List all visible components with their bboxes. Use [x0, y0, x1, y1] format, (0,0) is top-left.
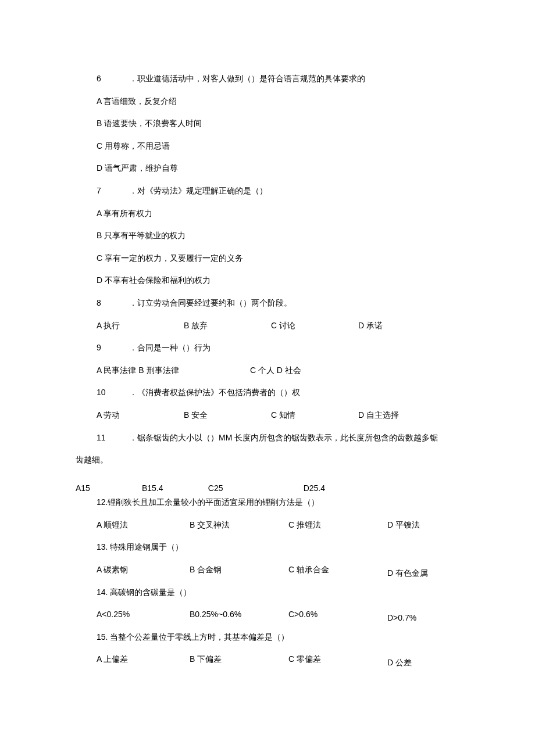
q14-option-a: A<0.25% [97, 607, 190, 622]
q12-option-b: B 交叉神法 [190, 517, 288, 533]
q13-options: A 碳素钢 B 合金钢 C 轴承合金 D 有色金属 [97, 562, 500, 578]
q12-option-c: C 推锂法 [288, 517, 387, 533]
q7-text: ．对《劳动法》规定理解正确的是（） [129, 186, 268, 195]
q6-number: 6 [97, 71, 110, 87]
q9-stem: 9．合同是一种（）行为 [97, 340, 500, 356]
q9-option-ab: A 民事法律 B 刑事法律 [97, 363, 248, 378]
q9-text: ．合同是一种（）行为 [129, 343, 211, 352]
q7-option-a: A 享有所有权力 [97, 206, 500, 221]
q12-option-a: A 顺锂法 [97, 517, 190, 533]
q10-text: ．《消费者权益保护法》不包括消费者的（）权 [129, 388, 300, 397]
q15-option-c: C 零偏差 [288, 651, 387, 667]
q10-option-b: B 安全 [184, 407, 271, 423]
q11-stem: 11．锯条锯齿的大小以（）MM 长度内所包含的锯齿数表示，此长度所包含的齿数越多… [97, 430, 500, 446]
q15-option-d: D 公差 [387, 655, 412, 671]
q10-stem: 10．《消费者权益保护法》不包括消费者的（）权 [97, 385, 500, 400]
q6-stem: 6．职业道德活动中，对客人做到（）是符合语言规范的具体要求的 [97, 71, 500, 87]
q8-option-b: B 放弃 [184, 318, 271, 334]
q13-option-d: D 有色金属 [387, 565, 428, 581]
q8-stem: 8．订立劳动合同要经过要约和（）两个阶段。 [97, 295, 500, 311]
q7-option-c: C 享有一定的权力，又要履行一定的义务 [97, 250, 500, 266]
q10-options: A 劳动 B 安全 C 知情 D 自主选择 [97, 407, 500, 423]
q6-option-c: C 用尊称，不用忌语 [97, 138, 500, 154]
q14-option-d: D>0.7% [387, 610, 416, 626]
q9-number: 9 [97, 340, 110, 356]
q15-options: A 上偏差 B 下偏差 C 零偏差 D 公差 [97, 651, 500, 667]
q11-option-a: A15 [76, 481, 140, 496]
q9-options: A 民事法律 B 刑事法律 C 个人 D 社会 [97, 363, 500, 378]
q10-number: 10 [97, 385, 110, 400]
q14-option-b: B0.25%~0.6% [190, 607, 288, 622]
q10-option-c: C 知情 [271, 407, 358, 423]
q11-text: ．锯条锯齿的大小以（）MM 长度内所包含的锯齿数表示，此长度所包含的齿数越多锯 [129, 433, 438, 442]
q8-text: ．订立劳动合同要经过要约和（）两个阶段。 [129, 298, 292, 307]
q8-options: A 执行 B 放弃 C 讨论 D 承诺 [97, 318, 500, 334]
q8-number: 8 [97, 295, 110, 311]
q10-option-a: A 劳动 [97, 407, 184, 423]
q13-option-b: B 合金钢 [190, 562, 288, 578]
q11-option-b: B15.4 [142, 481, 206, 496]
q14-options: A<0.25% B0.25%~0.6% C>0.6% D>0.7% [97, 607, 500, 622]
q6-option-b: B 语速要快，不浪费客人时间 [97, 116, 500, 131]
q12-option-d: D 平锼法 [387, 517, 420, 533]
q15-option-a: A 上偏差 [97, 651, 190, 667]
q9-option-cd: C 个人 D 社会 [250, 366, 301, 375]
q11-options: A15 B15.4 C25 D25.4 [76, 481, 535, 496]
q6-text: ．职业道德活动中，对客人做到（）是符合语言规范的具体要求的 [129, 74, 365, 83]
q7-stem: 7．对《劳动法》规定理解正确的是（） [97, 183, 500, 199]
q11-number: 11 [97, 430, 110, 446]
q15-stem: 15. 当整个公差量位于零线上方时，其基本偏差是（） [97, 629, 500, 645]
q13-stem: 13. 特殊用途钢属于（） [97, 539, 500, 555]
q11-option-c: C25 [208, 481, 301, 496]
q8-option-c: C 讨论 [271, 318, 358, 334]
q7-option-d: D 不享有社会保险和福利的权力 [97, 273, 500, 288]
q13-option-a: A 碳素钢 [97, 562, 190, 578]
q12-options: A 顺锂法 B 交叉神法 C 推锂法 D 平锼法 [97, 517, 500, 533]
q14-option-c: C>0.6% [288, 607, 387, 622]
document-body: 6．职业道德活动中，对客人做到（）是符合语言规范的具体要求的 A 言语细致，反复… [97, 71, 500, 445]
q12-stem: 12.锂削狭长且加工余量较小的平面适宜采用的锂削方法是（） [97, 495, 500, 510]
q14-stem: 14. 高碳钢的含碳量是（） [97, 585, 500, 600]
q15-option-b: B 下偏差 [190, 651, 288, 667]
q6-option-a: A 言语细致，反复介绍 [97, 94, 500, 109]
q6-option-d: D 语气严肃，维护自尊 [97, 160, 500, 176]
q8-option-a: A 执行 [97, 318, 184, 334]
q10-option-d: D 自主选择 [358, 407, 399, 423]
q11-cont: 齿越细。 [76, 452, 535, 468]
q7-number: 7 [97, 183, 110, 199]
q7-option-b: B 只享有平等就业的权力 [97, 228, 500, 243]
q13-option-c: C 轴承合金 [288, 562, 387, 578]
q11-option-d: D25.4 [304, 481, 325, 496]
q8-option-d: D 承诺 [358, 318, 383, 334]
